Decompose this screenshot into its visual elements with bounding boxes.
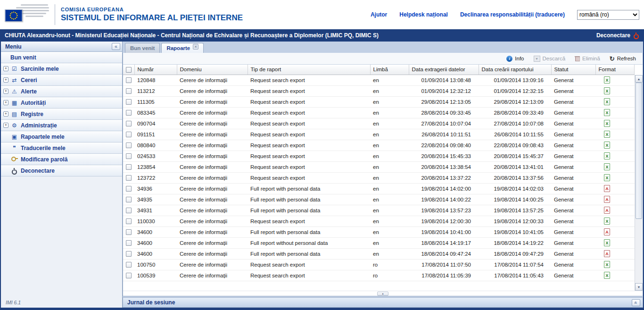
excel-file-icon[interactable]: X: [604, 109, 610, 116]
logout-button[interactable]: Deconectare: [596, 32, 639, 39]
column-header-limba[interactable]: Limbă: [370, 65, 409, 75]
sidebar-item-administratie[interactable]: +⚙Administrație: [1, 120, 122, 131]
row-checkbox[interactable]: [126, 197, 132, 202]
excel-file-icon[interactable]: X: [604, 239, 610, 246]
pdf-file-icon[interactable]: A: [604, 196, 610, 203]
pdf-file-icon[interactable]: A: [604, 207, 610, 214]
excel-file-icon[interactable]: X: [604, 218, 610, 225]
excel-file-icon[interactable]: X: [604, 87, 610, 94]
expand-icon[interactable]: +: [3, 89, 8, 94]
tab-bun-venit[interactable]: Bun venit: [125, 43, 160, 53]
help-link[interactable]: Ajutor: [371, 11, 387, 18]
language-select[interactable]: română (ro): [577, 10, 639, 20]
row-checkbox[interactable]: [126, 251, 132, 257]
row-checkbox[interactable]: [126, 153, 132, 159]
select-all-header[interactable]: [123, 65, 134, 75]
column-header-data-extragerii[interactable]: Data extragerii datelor: [409, 65, 479, 75]
expand-icon[interactable]: +: [3, 66, 8, 71]
table-row[interactable]: 34600Cerere de informațiiFull report wit…: [123, 226, 635, 237]
table-row[interactable]: 34931Cerere de informațiiFull report wit…: [123, 205, 635, 216]
excel-file-icon[interactable]: X: [604, 120, 610, 127]
scroll-up-icon[interactable]: ▲: [635, 75, 643, 83]
excel-file-icon[interactable]: X: [604, 174, 610, 181]
disclaimer-link[interactable]: Declinarea responsabilității (traducere): [460, 11, 565, 18]
sidebar-item-cereri[interactable]: +⇄Cereri: [1, 75, 122, 86]
expand-icon[interactable]: +: [3, 77, 8, 83]
row-checkbox[interactable]: [126, 164, 132, 170]
sidebar-item-deconectare[interactable]: +Deconectare: [1, 165, 122, 176]
row-checkbox[interactable]: [126, 77, 132, 83]
row-checkbox[interactable]: [126, 132, 132, 137]
excel-file-icon[interactable]: X: [604, 131, 610, 138]
excel-file-icon[interactable]: X: [604, 152, 610, 159]
row-checkbox[interactable]: [126, 208, 132, 213]
download-button[interactable]: ▼ Descarcă: [534, 56, 566, 62]
excel-file-icon[interactable]: X: [604, 76, 610, 84]
row-checkbox[interactable]: [126, 240, 132, 246]
table-row[interactable]: 34600Cerere de informațiiFull report wit…: [123, 237, 635, 248]
scroll-down-icon[interactable]: ▼: [635, 283, 643, 291]
sidebar-item-traducerile-mele[interactable]: +❞Traducerile mele: [1, 142, 122, 154]
column-header-numar[interactable]: Număr: [134, 65, 177, 75]
excel-file-icon[interactable]: X: [604, 98, 610, 105]
column-header-data-crearii[interactable]: Data creării raportului: [479, 65, 551, 75]
sidebar-item-registre[interactable]: +▤Registre: [1, 109, 122, 120]
delete-button[interactable]: Elimină: [575, 56, 600, 61]
row-checkbox[interactable]: [126, 175, 132, 181]
close-tab-icon[interactable]: ×: [193, 44, 198, 50]
tab-rapoarte[interactable]: Rapoarte ×: [161, 43, 204, 53]
table-row[interactable]: 123722Cerere de informațiiRequest search…: [123, 172, 635, 183]
info-button[interactable]: i Info: [506, 56, 524, 62]
table-row[interactable]: 100539Cerere de informațiiRequest search…: [123, 270, 635, 281]
scrollbar-thumb[interactable]: [636, 83, 642, 219]
table-row[interactable]: 111305Cerere de informațiiRequest search…: [123, 96, 635, 107]
table-row[interactable]: 113212Cerere de informațiiRequest search…: [123, 85, 635, 96]
column-header-format[interactable]: Format: [595, 65, 635, 75]
table-row[interactable]: 110030Cerere de informațiiRequest search…: [123, 216, 635, 226]
row-checkbox[interactable]: [126, 142, 132, 148]
sidebar-item-sarcinile-mele[interactable]: +☑Sarcinile mele: [1, 63, 122, 75]
sidebar-item-autoritati[interactable]: +▦Autorități: [1, 97, 122, 109]
expand-icon[interactable]: +: [3, 111, 8, 117]
excel-file-icon[interactable]: X: [604, 163, 610, 170]
excel-file-icon[interactable]: X: [604, 261, 610, 268]
table-row[interactable]: 34936Cerere de informațiiFull report wit…: [123, 183, 635, 194]
row-checkbox[interactable]: [126, 121, 132, 126]
table-row[interactable]: 024533Cerere de informațiiRequest search…: [123, 151, 635, 161]
national-helpdesk-link[interactable]: Helpdesk național: [399, 11, 448, 18]
row-checkbox[interactable]: [126, 273, 132, 278]
collapse-menu-button[interactable]: «: [112, 43, 120, 50]
vertical-scrollbar[interactable]: ▲ ▼: [635, 75, 643, 291]
expand-session-log-button[interactable]: «: [632, 299, 640, 306]
table-row[interactable]: 100750Cerere de informațiiRequest search…: [123, 259, 635, 270]
row-checkbox[interactable]: [126, 186, 132, 192]
table-row[interactable]: 091151Cerere de informațiiRequest search…: [123, 129, 635, 140]
table-row[interactable]: 083345Cerere de informațiiRequest search…: [123, 107, 635, 118]
table-row[interactable]: 123854Cerere de informațiiRequest search…: [123, 161, 635, 172]
sidebar-item-alerte[interactable]: +⚠Alerte: [1, 86, 122, 97]
row-checkbox[interactable]: [126, 88, 132, 94]
table-row[interactable]: 090704Cerere de informațiiRequest search…: [123, 118, 635, 129]
table-row[interactable]: 34935Cerere de informațiiFull report wit…: [123, 194, 635, 205]
row-checkbox[interactable]: [126, 262, 132, 268]
row-checkbox[interactable]: [126, 229, 132, 235]
row-checkbox[interactable]: [126, 99, 132, 105]
sidebar-item-rapoartele-mele[interactable]: +▣Rapoartele mele: [1, 131, 122, 142]
pdf-file-icon[interactable]: A: [604, 185, 610, 192]
expand-icon[interactable]: +: [3, 123, 8, 128]
column-header-statut[interactable]: Statut: [551, 65, 595, 75]
pdf-file-icon[interactable]: A: [604, 250, 610, 257]
excel-file-icon[interactable]: X: [604, 272, 610, 279]
table-row[interactable]: 120848Cerere de informațiiRequest search…: [123, 75, 635, 85]
pdf-file-icon[interactable]: A: [604, 228, 610, 235]
row-checkbox[interactable]: [126, 110, 132, 116]
collapse-south-panel-icon[interactable]: ▲: [377, 292, 388, 296]
select-all-checkbox[interactable]: [126, 67, 132, 73]
column-header-tip-raport[interactable]: Tip de raport: [248, 65, 370, 75]
expand-icon[interactable]: +: [3, 100, 8, 105]
row-checkbox[interactable]: [126, 218, 132, 224]
refresh-button[interactable]: ↻ Refresh: [610, 56, 636, 62]
sidebar-item-modificare-parola[interactable]: +Modificare parolă: [1, 154, 122, 165]
table-row[interactable]: 34600Cerere de informațiiFull report wit…: [123, 248, 635, 259]
table-row[interactable]: 080840Cerere de informațiiRequest search…: [123, 140, 635, 151]
